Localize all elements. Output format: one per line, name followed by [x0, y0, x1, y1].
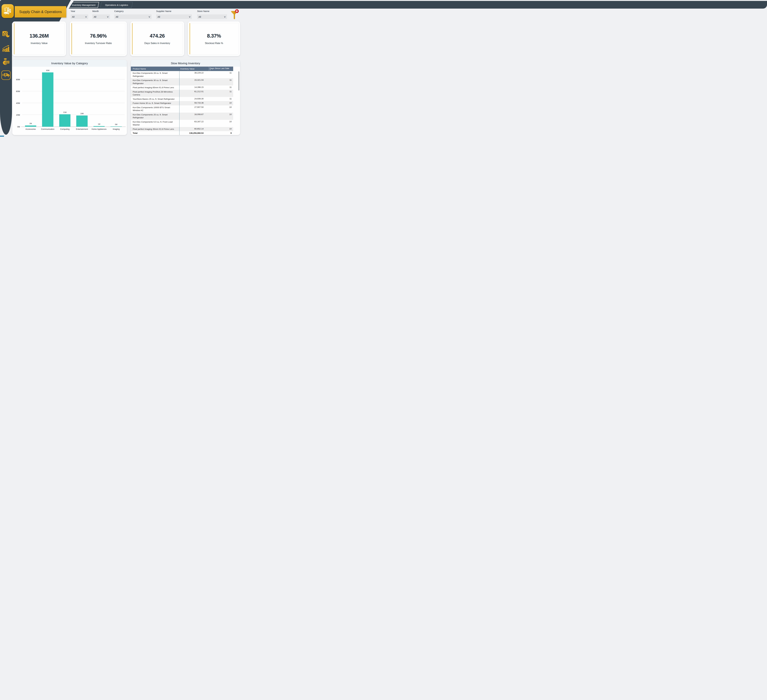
- column-header-days-since-last-sale[interactable]: Days Since Last Sale ▼: [209, 67, 233, 71]
- column-header-inventory-value[interactable]: Inventory Value: [179, 68, 209, 70]
- sidebar-item-inventory-cost[interactable]: $: [1, 57, 11, 66]
- app-logo: [2, 4, 14, 18]
- filter-supplier-dropdown[interactable]: All∨: [156, 14, 192, 19]
- table-title: Slow Moving Inventory: [131, 60, 240, 67]
- page-title: Supply Chain & Operations: [15, 6, 66, 18]
- table-body[interactable]: Kor-Elec Components 28 cu. ft. Smart Ref…: [131, 71, 233, 131]
- bar-home-appliances[interactable]: [94, 126, 105, 127]
- bar-chart-plot: 2M92M21M19M1M0M: [22, 68, 125, 127]
- bar-communication[interactable]: [42, 72, 53, 127]
- bar-imaging[interactable]: [110, 126, 122, 127]
- chevron-down-icon: ∨: [224, 16, 226, 18]
- sort-descending-icon: ▼: [210, 70, 233, 70]
- category-label: Imaging: [108, 128, 125, 130]
- filter-year-dropdown[interactable]: All∨: [70, 14, 88, 19]
- cell-inventory-value: 60,652.14: [179, 127, 209, 131]
- sidebar-item-revenue-growth[interactable]: $: [1, 44, 11, 53]
- category-label: Entertainment: [73, 128, 91, 130]
- filter-category-dropdown[interactable]: All∨: [114, 14, 151, 19]
- bar-value-label: 19M: [80, 113, 84, 115]
- table-total-row: Total 136,255,060.53 9: [131, 131, 233, 135]
- table-row[interactable]: Kor-Elec Components 30 cu. ft. Smart Ref…: [131, 78, 233, 86]
- table-row[interactable]: Kor-Elec Components 10000 BTU Smart Wind…: [131, 105, 233, 113]
- cell-product-name: Pixel perfect Imaging 35mm f/2.8 Prime L…: [131, 127, 179, 131]
- table-row[interactable]: Kor-Elec Components 28 cu. ft. Smart Ref…: [131, 71, 233, 78]
- money-bag-icon: $: [2, 58, 10, 65]
- tab-inventory-management[interactable]: Inventory Management: [68, 2, 99, 8]
- cell-days-since-last-sale: 11: [209, 78, 233, 86]
- sidebar-item-analytics[interactable]: [1, 29, 11, 39]
- filter-month: Month All∨: [92, 10, 110, 19]
- cell-days-since-last-sale: 11: [209, 90, 233, 97]
- bar-slots: 2M92M21M19M1M0M: [22, 68, 125, 127]
- kpi-card-inventory-turnover-ratio: 76.96% Inventory Turnover Ratio: [70, 21, 127, 56]
- y-tick-label: 60M: [16, 90, 20, 92]
- table-row[interactable]: Kor-Elec Components 25 cu. ft. Smart Ref…: [131, 113, 233, 120]
- supply-chain-logo-icon: [3, 6, 12, 16]
- column-divider: [179, 71, 180, 135]
- tab-operations-logistics[interactable]: Operations & Logistics: [100, 2, 133, 8]
- bar-value-label: 92M: [46, 70, 49, 72]
- total-days: 9: [209, 132, 233, 134]
- filter-category-label: Category: [114, 10, 151, 13]
- filter-month-dropdown[interactable]: All∨: [92, 14, 110, 19]
- bar-accessories[interactable]: [25, 126, 37, 127]
- cell-inventory-value: 16,008.67: [179, 113, 209, 120]
- table-row[interactable]: Pixel perfect Imaging 85mm f/1.8 Prime L…: [131, 86, 233, 90]
- chart-title: Inventory Value by Category: [12, 60, 127, 67]
- cell-inventory-value: 61,212.01: [179, 90, 209, 97]
- inventory-value-by-category-chart: Inventory Value by Category 0M20M40M60M8…: [12, 60, 127, 135]
- cell-product-name: Pixel perfect Imaging 85mm f/1.8 Prime L…: [131, 86, 179, 90]
- column-header-product-name[interactable]: Product Name: [131, 68, 179, 70]
- bar-entertainment[interactable]: [76, 116, 88, 127]
- bottom-accent: [0, 135, 4, 137]
- bar-value-label: 0M: [115, 124, 117, 125]
- filter-store-dropdown[interactable]: All∨: [197, 14, 227, 19]
- table-row[interactable]: Kor-Elec Components 5.0 cu. ft. Front Lo…: [131, 120, 233, 127]
- chevron-down-icon: ∨: [148, 16, 151, 18]
- clear-filters-button[interactable]: [231, 9, 239, 20]
- revenue-growth-icon: $: [2, 45, 10, 52]
- total-inventory-value: 136,255,060.53: [179, 132, 209, 134]
- total-label: Total: [131, 132, 179, 134]
- cell-product-name: Pixel perfect Imaging ProShot Z8 Mirrorl…: [131, 90, 179, 97]
- cell-product-name: Fusion Home 30 cu. ft. Smart Refrigerato…: [131, 101, 179, 105]
- category-label: Communication: [39, 128, 56, 130]
- filter-year: Year All∨: [70, 10, 88, 19]
- y-tick-label: 40M: [16, 102, 20, 104]
- table-row[interactable]: Pixel perfect Imaging 35mm f/2.8 Prime L…: [131, 127, 233, 131]
- table-scrollbar[interactable]: [238, 72, 239, 91]
- chart-y-axis: 0M20M40M60M80M: [12, 68, 21, 127]
- kpi-label: Days Sales in Inventory: [144, 42, 170, 45]
- cell-inventory-value: 63,167.22: [179, 120, 209, 127]
- cell-days-since-last-sale: 10: [209, 105, 233, 113]
- kpi-value: 76.96%: [90, 33, 107, 39]
- cell-product-name: YourStore Basics 25 cu. ft. Smart Refrig…: [131, 97, 179, 101]
- category-label: Computing: [56, 128, 73, 130]
- table-header-row: Product Name Inventory Value Days Since …: [131, 67, 233, 71]
- cell-days-since-last-sale: 10: [209, 101, 233, 105]
- kpi-value: 136.26M: [30, 33, 49, 39]
- kpi-label: Inventory Value: [31, 42, 48, 45]
- y-tick-label: 20M: [16, 114, 20, 116]
- cell-product-name: Kor-Elec Components 10000 BTU Smart Wind…: [131, 105, 179, 113]
- table-row[interactable]: YourStore Basics 25 cu. ft. Smart Refrig…: [131, 97, 233, 101]
- analytics-report-icon: [2, 30, 10, 38]
- bar-computing[interactable]: [59, 114, 70, 127]
- kpi-card-inventory-value: 136.26M Inventory Value: [12, 21, 66, 56]
- table-row[interactable]: Fusion Home 30 cu. ft. Smart Refrigerato…: [131, 101, 233, 105]
- sidebar-item-delivery-active[interactable]: [1, 70, 11, 81]
- kpi-value: 474.26: [150, 33, 165, 39]
- cell-days-since-last-sale: 11: [209, 71, 233, 78]
- chevron-down-icon: ∨: [107, 16, 109, 18]
- bar-value-label: 2M: [29, 123, 32, 124]
- y-tick-label: 0M: [17, 126, 20, 128]
- bar-value-label: 1M: [98, 123, 100, 125]
- filter-supplier-name: Supplier Name All∨: [156, 10, 192, 19]
- chevron-down-icon: ∨: [85, 16, 87, 18]
- table-row[interactable]: Pixel perfect Imaging ProShot Z8 Mirrorl…: [131, 90, 233, 97]
- category-label: Accessories: [22, 128, 39, 130]
- slow-moving-inventory-table: Slow Moving Inventory Product Name Inven…: [131, 60, 240, 135]
- chart-x-axis-labels: AccessoriesCommunicationComputingEnterta…: [22, 128, 125, 130]
- filter-store-label: Store Name: [197, 10, 227, 13]
